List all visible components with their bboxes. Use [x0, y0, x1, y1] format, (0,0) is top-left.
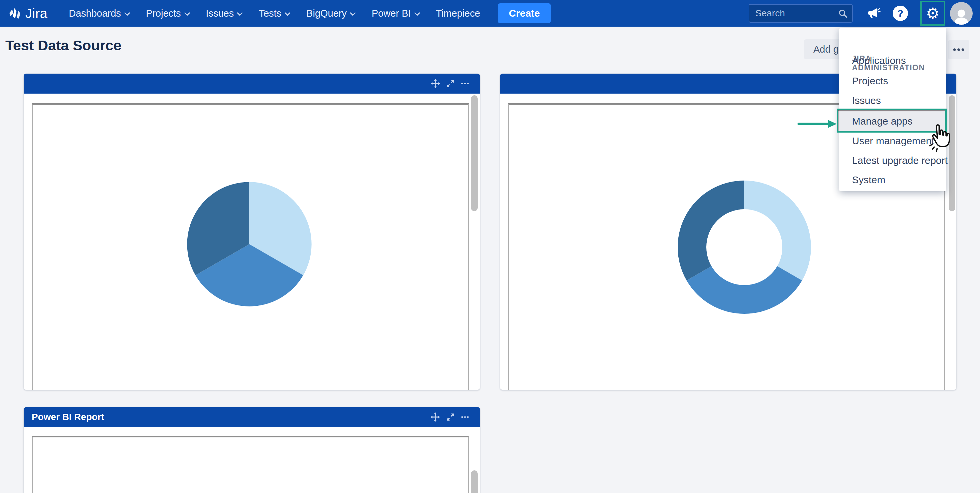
expand-icon[interactable]	[445, 79, 455, 89]
chevron-down-icon	[185, 12, 190, 16]
top-navigation-bar: Jira Dashboards Projects Issues Tests Bi…	[0, 0, 980, 27]
annotation-arrow-icon	[797, 117, 838, 131]
menu-item-latest-upgrade-report[interactable]: Latest upgrade report	[852, 153, 948, 168]
gadget-menu-ellipsis-icon[interactable]	[460, 79, 470, 89]
nav-item-timepiece[interactable]: Timepiece	[436, 8, 480, 19]
move-icon[interactable]	[430, 412, 441, 422]
jira-administration-dropdown: JIRA ADMINISTRATION Applications Project…	[839, 28, 946, 191]
nav-item-bigquery[interactable]: BigQuery	[306, 8, 356, 19]
jira-logo-icon	[7, 6, 22, 21]
dashboard-more-button[interactable]	[948, 40, 969, 59]
jira-logo-text: Jira	[25, 6, 47, 21]
pie-chart	[184, 179, 315, 309]
gadget-body	[24, 427, 480, 493]
menu-item-user-management[interactable]: User management	[852, 133, 934, 148]
settings-gear-highlight-box	[920, 1, 945, 26]
chevron-down-icon	[285, 12, 290, 16]
chevron-down-icon	[350, 12, 356, 16]
search-input[interactable]	[749, 5, 852, 22]
nav-item-powerbi[interactable]: Power BI	[372, 8, 420, 19]
person-silhouette-icon	[952, 8, 970, 25]
nav-item-dashboards[interactable]: Dashboards	[68, 8, 130, 19]
search-box	[749, 4, 853, 23]
user-avatar[interactable]	[950, 2, 973, 25]
chevron-down-icon	[237, 12, 243, 16]
hand-cursor-icon	[924, 122, 955, 152]
move-icon[interactable]	[430, 78, 441, 89]
nav-item-tests[interactable]: Tests	[259, 8, 290, 19]
gadget-title: Power BI Report	[32, 412, 104, 422]
jira-dashboard-page: Jira Dashboards Projects Issues Tests Bi…	[0, 0, 980, 493]
gadget-header[interactable]	[24, 74, 480, 94]
scrollbar-thumb[interactable]	[471, 470, 478, 493]
page-title: Test Data Source	[5, 37, 121, 54]
settings-gear-icon[interactable]	[926, 6, 939, 21]
embedded-report-frame	[32, 436, 469, 493]
gadget-body	[24, 94, 480, 390]
nav-item-projects[interactable]: Projects	[146, 8, 190, 19]
donut-hole	[706, 209, 782, 285]
chevron-down-icon	[124, 12, 130, 16]
gadget-powerbi-report: Power BI Report	[24, 407, 480, 493]
chevron-down-icon	[414, 12, 420, 16]
nav-item-issues[interactable]: Issues	[206, 8, 243, 19]
gadget-pie-chart	[24, 74, 480, 390]
gadget-header-icons	[430, 407, 470, 427]
menu-item-applications[interactable]: Applications	[852, 53, 906, 68]
ellipsis-icon	[951, 42, 966, 57]
menu-item-manage-apps[interactable]: Manage apps	[852, 114, 913, 128]
jira-logo[interactable]: Jira	[7, 6, 47, 21]
gadget-header[interactable]: Power BI Report	[24, 407, 480, 427]
create-button[interactable]: Create	[498, 3, 550, 23]
feedback-megaphone-icon[interactable]	[866, 6, 881, 21]
gadget-header-icons	[430, 74, 470, 94]
scrollbar-thumb[interactable]	[949, 95, 955, 211]
gadget-menu-ellipsis-icon[interactable]	[460, 412, 470, 422]
expand-icon[interactable]	[445, 412, 455, 422]
donut-chart	[675, 177, 815, 317]
menu-item-issues[interactable]: Issues	[852, 93, 881, 108]
menu-item-projects[interactable]: Projects	[852, 74, 888, 88]
menu-item-system[interactable]: System	[852, 173, 885, 187]
help-icon[interactable]: ?	[892, 6, 908, 21]
scrollbar-thumb[interactable]	[471, 95, 478, 211]
search-icon[interactable]	[838, 9, 848, 19]
